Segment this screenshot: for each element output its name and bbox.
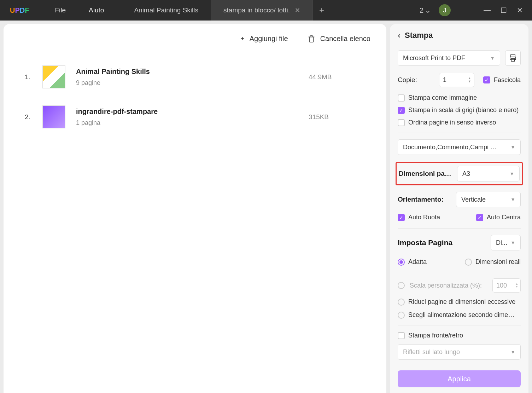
add-file-label: Aggiungi file <box>250 35 288 43</box>
print-button[interactable] <box>505 50 521 66</box>
page-setup-label: Imposta Pagina <box>398 238 452 247</box>
plus-icon: + <box>240 35 245 43</box>
file-title: Animal Painting Skills <box>76 68 309 76</box>
chevron-down-icon: ▼ <box>510 144 515 150</box>
clear-list-button[interactable]: Cancella elenco <box>308 35 370 43</box>
titlebar-right: 2 ⌄ J — ☐ ✕ <box>420 4 528 16</box>
panel-title: Stampa <box>405 31 433 40</box>
menu-help[interactable]: Aiuto <box>89 6 104 14</box>
chevron-down-icon: ▼ <box>510 197 515 202</box>
print-image-checkbox[interactable] <box>398 94 405 102</box>
file-toolbar: + Aggiungi file Cancella elenco <box>4 24 386 53</box>
page-setup-select[interactable]: Di... ▼ <box>491 235 521 250</box>
file-title: ingrandire-pdf-stampare <box>76 108 309 116</box>
apply-button[interactable]: Applica <box>398 370 521 387</box>
printer-select[interactable]: Microsoft Print to PDF ▼ <box>398 50 500 66</box>
page-size-label: Dimensioni pag... <box>399 170 454 178</box>
custom-scale-radio[interactable] <box>398 282 405 289</box>
print-panel-header: ‹ Stampa <box>390 24 528 47</box>
reverse-checkbox[interactable] <box>398 119 405 126</box>
trash-icon <box>308 35 315 43</box>
window-controls: — ☐ ✕ <box>484 6 523 15</box>
file-thumbnail <box>42 105 65 128</box>
print-panel-body: Microsoft Print to PDF ▼ Copie: 1 ▲▼ ✓ <box>390 47 528 366</box>
shrink-radio[interactable] <box>398 299 405 306</box>
maximize-icon[interactable]: ☐ <box>501 6 507 15</box>
document-tabs: Animal Painting Skills stampa in blocco/… <box>122 0 331 21</box>
duplex-checkbox[interactable] <box>398 332 405 339</box>
back-icon[interactable]: ‹ <box>398 30 401 40</box>
user-avatar[interactable]: J <box>439 4 451 16</box>
file-list: 1. Animal Painting Skills 9 pagine 44.9M… <box>4 53 386 140</box>
flip-select[interactable]: Rifletti sul lato lungo ▼ <box>398 344 521 360</box>
spinner-arrows[interactable]: ▲▼ <box>468 77 471 83</box>
print-image-label: Stampa come immagine <box>408 94 477 102</box>
collate-checkbox[interactable]: ✓ <box>483 76 490 83</box>
tab-batch-print[interactable]: stampa in blocco/ lotti. ✕ <box>211 0 313 21</box>
chevron-down-icon: ▼ <box>490 55 495 61</box>
custom-scale-label: Scala personalizzata (%): <box>410 282 487 289</box>
minimize-icon[interactable]: — <box>484 6 491 15</box>
auto-center-label: Auto Centra <box>487 214 521 221</box>
orientation-label: Orientamento: <box>398 196 452 203</box>
copies-label: Copie: <box>398 76 417 84</box>
page-size-value: A3 <box>462 170 470 178</box>
add-tab-button[interactable]: + <box>313 0 331 21</box>
divider <box>465 5 465 15</box>
file-row[interactable]: 2. ingrandire-pdf-stampare 1 pagina 315K… <box>25 97 365 137</box>
fit-label: Adatta <box>408 258 427 266</box>
actual-size-radio[interactable] <box>465 259 472 266</box>
file-pages: 9 pagine <box>76 79 309 87</box>
choose-paper-radio[interactable] <box>398 312 405 319</box>
orientation-value: Verticale <box>461 196 486 203</box>
tab-label: Animal Painting Skills <box>134 6 198 14</box>
auto-rotate-label: Auto Ruota <box>408 214 440 221</box>
file-size: 315KB <box>309 113 365 121</box>
print-panel: ‹ Stampa Microsoft Print to PDF ▼ Copie:… <box>390 24 528 393</box>
file-thumbnail <box>42 65 65 88</box>
custom-scale-input[interactable]: 100 ▲▼ <box>492 278 521 293</box>
file-index: 1. <box>25 73 42 81</box>
file-index: 2. <box>25 113 42 121</box>
add-file-button[interactable]: + Aggiungi file <box>240 35 288 43</box>
grayscale-label: Stampa in scala di grigi (bianco e nero) <box>408 106 519 114</box>
fit-radio[interactable] <box>398 259 405 266</box>
menu-file[interactable]: File <box>55 6 66 14</box>
chevron-down-icon: ▼ <box>510 240 515 245</box>
file-list-panel: + Aggiungi file Cancella elenco 1. Anima… <box>4 24 386 393</box>
clear-list-label: Cancella elenco <box>320 35 370 43</box>
spinner-arrows[interactable]: ▲▼ <box>515 283 518 288</box>
file-pages: 1 pagina <box>76 119 309 127</box>
file-info: Animal Painting Skills 9 pagine <box>76 68 309 87</box>
collate-label: Fascicola <box>494 76 521 84</box>
shrink-label: Riduci pagine di dimensioni eccessive <box>408 298 515 306</box>
auto-center-checkbox[interactable]: ✓ <box>476 214 483 221</box>
chevron-down-icon: ▼ <box>509 171 514 177</box>
orientation-select[interactable]: Verticale ▼ <box>456 192 521 207</box>
reverse-label: Ordina pagine in senso inverso <box>408 119 496 126</box>
tab-animal-painting[interactable]: Animal Painting Skills <box>122 0 211 21</box>
file-row[interactable]: 1. Animal Painting Skills 9 pagine 44.9M… <box>25 57 365 97</box>
flip-value: Rifletti sul lato lungo <box>403 348 460 356</box>
page-setup-value: Di... <box>496 239 507 247</box>
file-size: 44.9MB <box>309 73 365 81</box>
page-size-select[interactable]: A3 ▼ <box>457 166 520 181</box>
printer-value: Microsoft Print to PDF <box>403 54 465 62</box>
divider <box>398 325 521 325</box>
grayscale-checkbox[interactable]: ✓ <box>398 107 405 114</box>
chevron-down-icon: ▼ <box>510 349 515 355</box>
file-info: ingrandire-pdf-stampare 1 pagina <box>76 108 309 127</box>
copies-input[interactable]: 1 ▲▼ <box>439 73 474 87</box>
auto-rotate-checkbox[interactable]: ✓ <box>398 214 405 221</box>
tab-count[interactable]: 2 ⌄ <box>420 6 431 15</box>
workspace: + Aggiungi file Cancella elenco 1. Anima… <box>0 21 532 393</box>
main-menu: File Aiuto <box>55 6 104 14</box>
page-size-highlight: Dimensioni pag... A3 ▼ <box>396 162 523 185</box>
content-value: Documento,Commento,Campi mo... <box>403 144 502 151</box>
app-logo: UPDF <box>10 6 29 15</box>
content-select[interactable]: Documento,Commento,Campi mo... ▼ <box>398 139 521 155</box>
close-icon[interactable]: ✕ <box>517 6 523 15</box>
divider <box>398 133 521 133</box>
close-icon[interactable]: ✕ <box>295 6 300 14</box>
choose-paper-label: Scegli alimentazione secondo dimensi... <box>408 311 518 319</box>
